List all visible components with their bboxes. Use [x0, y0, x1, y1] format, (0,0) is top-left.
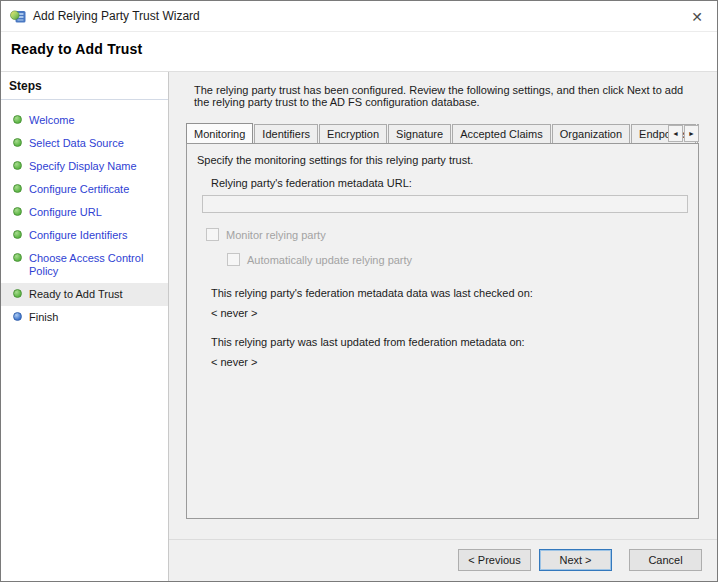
- last-updated-value: < never >: [211, 356, 698, 368]
- monitor-relying-party-checkbox: [206, 228, 219, 241]
- tab-scroll-right-button[interactable]: ►: [684, 125, 699, 142]
- step-item-configure-url[interactable]: Configure URL: [1, 201, 168, 224]
- auto-update-checkbox-row: Automatically update relying party: [227, 253, 698, 266]
- step-label: Choose Access Control Policy: [29, 252, 164, 278]
- tab-signature[interactable]: Signature: [388, 124, 451, 143]
- tab-strip: MonitoringIdentifiersEncryptionSignature…: [186, 123, 699, 143]
- adfs-wizard-icon: [10, 8, 26, 24]
- monitor-relying-party-label: Monitor relying party: [226, 229, 326, 241]
- step-label: Configure URL: [29, 206, 102, 219]
- step-bullet-icon: [13, 253, 22, 262]
- step-item-configure-certificate[interactable]: Configure Certificate: [1, 178, 168, 201]
- tab-scrollers: ◄ ►: [668, 125, 699, 142]
- wizard-window: Add Relying Party Trust Wizard ✕ Ready t…: [0, 0, 718, 582]
- close-button[interactable]: ✕: [685, 7, 709, 27]
- auto-update-label: Automatically update relying party: [247, 254, 412, 266]
- wizard-body: Steps WelcomeSelect Data SourceSpecify D…: [1, 72, 717, 581]
- step-label: Finish: [29, 311, 58, 324]
- title-bar: Add Relying Party Trust Wizard ✕: [1, 1, 717, 32]
- step-label: Select Data Source: [29, 137, 124, 150]
- step-bullet-icon: [13, 184, 22, 193]
- page-header: Ready to Add Trust: [1, 32, 717, 72]
- step-bullet-icon: [13, 230, 22, 239]
- step-item-select-data-source[interactable]: Select Data Source: [1, 132, 168, 155]
- steps-heading: Steps: [1, 72, 168, 100]
- step-label: Specify Display Name: [29, 160, 137, 173]
- step-item-welcome[interactable]: Welcome: [1, 109, 168, 132]
- steps-list: WelcomeSelect Data SourceSpecify Display…: [1, 100, 168, 329]
- last-checked-label: This relying party's federation metadata…: [211, 287, 698, 299]
- step-label: Welcome: [29, 114, 75, 127]
- tab-organization[interactable]: Organization: [552, 124, 630, 143]
- step-item-specify-display-name[interactable]: Specify Display Name: [1, 155, 168, 178]
- monitoring-description: Specify the monitoring settings for this…: [197, 154, 698, 166]
- auto-update-checkbox: [227, 253, 240, 266]
- federation-metadata-url-input: [202, 195, 688, 213]
- settings-tab-control: MonitoringIdentifiersEncryptionSignature…: [186, 123, 699, 519]
- step-label: Configure Certificate: [29, 183, 129, 196]
- step-bullet-icon: [13, 289, 22, 298]
- step-item-choose-access-control-policy[interactable]: Choose Access Control Policy: [1, 247, 168, 283]
- step-item-finish: Finish: [1, 306, 168, 329]
- last-updated-label: This relying party was last updated from…: [211, 336, 698, 348]
- tab-monitoring[interactable]: Monitoring: [186, 123, 253, 143]
- monitor-relying-party-checkbox-row: Monitor relying party: [206, 228, 698, 241]
- button-row: < Previous Next > Cancel: [169, 540, 717, 581]
- step-label: Ready to Add Trust: [29, 288, 123, 301]
- main-panel: The relying party trust has been configu…: [169, 72, 717, 581]
- tab-list: MonitoringIdentifiersEncryptionSignature…: [186, 123, 699, 143]
- step-bullet-icon: [13, 312, 22, 321]
- cancel-button[interactable]: Cancel: [629, 549, 702, 571]
- step-item-ready-to-add-trust: Ready to Add Trust: [1, 283, 168, 306]
- tab-encryption[interactable]: Encryption: [319, 124, 387, 143]
- page-title: Ready to Add Trust: [11, 41, 717, 57]
- tab-accepted-claims[interactable]: Accepted Claims: [452, 124, 551, 143]
- step-bullet-icon: [13, 138, 22, 147]
- step-label: Configure Identifiers: [29, 229, 127, 242]
- federation-metadata-url-label: Relying party's federation metadata URL:: [211, 177, 698, 189]
- previous-button[interactable]: < Previous: [458, 549, 531, 571]
- step-bullet-icon: [13, 207, 22, 216]
- last-checked-value: < never >: [211, 307, 698, 319]
- monitoring-tab-page: Specify the monitoring settings for this…: [186, 143, 699, 519]
- step-item-configure-identifiers[interactable]: Configure Identifiers: [1, 224, 168, 247]
- step-bullet-icon: [13, 161, 22, 170]
- intro-text: The relying party trust has been configu…: [194, 84, 699, 108]
- window-title: Add Relying Party Trust Wizard: [33, 9, 200, 23]
- next-button[interactable]: Next >: [539, 549, 612, 571]
- steps-sidebar: Steps WelcomeSelect Data SourceSpecify D…: [1, 72, 169, 581]
- spacer: [169, 519, 717, 539]
- tab-scroll-left-button[interactable]: ◄: [668, 125, 683, 142]
- step-bullet-icon: [13, 115, 22, 124]
- tab-identifiers[interactable]: Identifiers: [254, 124, 318, 143]
